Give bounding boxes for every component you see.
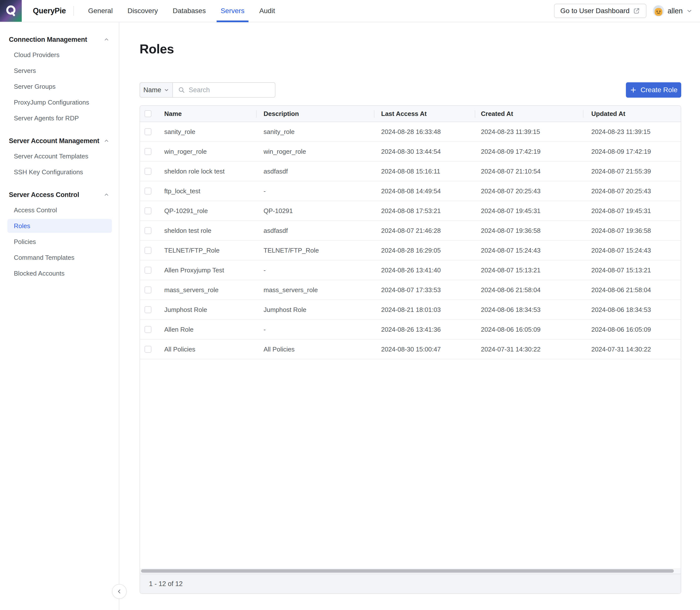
go-to-user-dashboard-button[interactable]: Go to User Dashboard <box>554 4 646 18</box>
sidebar-item[interactable]: SSH Key Configurations <box>7 165 112 179</box>
table-row[interactable]: All Policies All Policies 2024-08-30 15:… <box>140 340 681 359</box>
row-checkbox[interactable] <box>145 227 151 234</box>
row-checkbox[interactable] <box>145 128 151 135</box>
search-box <box>173 82 276 98</box>
nav-tab[interactable]: Databases <box>165 0 213 22</box>
nav-tab[interactable]: Discovery <box>120 0 165 22</box>
nav-tab-label: Discovery <box>128 7 158 15</box>
nav-tab[interactable]: Audit <box>252 0 283 22</box>
table-footer: 1 - 12 of 12 <box>140 574 681 593</box>
sidebar-item[interactable]: Server Account Templates <box>7 149 112 163</box>
row-checkbox-cell <box>140 221 160 240</box>
row-checkbox[interactable] <box>145 287 151 293</box>
cell-last-access-at: 2024-08-28 16:33:48 <box>374 122 475 141</box>
cell-created-at: 2024-08-07 19:36:58 <box>475 221 583 240</box>
table-row[interactable]: sheldon test role asdfasdf 2024-08-07 21… <box>140 221 681 241</box>
table-row[interactable]: mass_servers_role mass_servers_role 2024… <box>140 280 681 300</box>
row-checkbox-cell <box>140 260 160 280</box>
sidebar-item[interactable]: Access Control <box>7 203 112 217</box>
sidebar-item[interactable]: Servers <box>7 64 112 78</box>
cell-description: mass_servers_role <box>256 280 374 300</box>
cell-created-at: 2024-07-31 14:30:22 <box>475 340 583 359</box>
external-link-icon <box>633 7 640 14</box>
row-checkbox[interactable] <box>145 247 151 254</box>
section-head-connection-management[interactable]: Connection Management <box>0 33 119 47</box>
cell-created-at: 2024-08-06 21:58:04 <box>475 280 583 300</box>
scrollbar-thumb[interactable] <box>141 569 674 573</box>
cell-last-access-at: 2024-08-26 13:41:40 <box>374 260 475 280</box>
go-to-user-dashboard-label: Go to User Dashboard <box>561 7 630 15</box>
cell-updated-at: 2024-08-09 17:42:19 <box>583 142 681 161</box>
cell-created-at: 2024-08-07 15:24:43 <box>475 241 583 260</box>
filter-group: Name <box>139 82 276 98</box>
nav-tab[interactable]: Servers <box>213 0 252 22</box>
cell-description: asdfasdf <box>256 162 374 181</box>
sidebar-item[interactable]: Command Templates <box>7 251 112 264</box>
cell-name: TELNET/FTP_Role <box>160 241 256 260</box>
row-checkbox[interactable] <box>145 188 151 194</box>
row-checkbox[interactable] <box>145 306 151 313</box>
row-checkbox[interactable] <box>145 207 151 214</box>
filter-field-select[interactable]: Name <box>139 82 173 98</box>
sidebar-item[interactable]: Roles <box>7 219 112 233</box>
nav-tab[interactable]: General <box>81 0 120 22</box>
sidebar-item[interactable]: Policies <box>7 235 112 248</box>
select-all-checkbox[interactable] <box>145 110 151 117</box>
cell-created-at: 2024-08-23 11:39:15 <box>475 122 583 141</box>
sidebar-item[interactable]: ProxyJump Configurations <box>7 95 112 109</box>
create-role-label: Create Role <box>640 86 677 94</box>
cell-created-at: 2024-08-06 16:05:09 <box>475 320 583 339</box>
section-head-server-access-control[interactable]: Server Access Control <box>0 188 119 202</box>
cell-updated-at: 2024-08-07 15:13:21 <box>583 260 681 280</box>
table-row[interactable]: sheldon role lock test asdfasdf 2024-08-… <box>140 162 681 181</box>
row-checkbox[interactable] <box>145 168 151 175</box>
topbar-divider <box>73 6 74 16</box>
row-checkbox[interactable] <box>145 346 151 353</box>
sidebar-collapse-button[interactable] <box>112 584 127 599</box>
cell-last-access-at: 2024-08-08 15:16:11 <box>374 162 475 181</box>
pagination-range-label: 1 - 12 of 12 <box>149 580 183 588</box>
cell-updated-at: 2024-08-07 19:45:31 <box>583 201 681 221</box>
row-checkbox[interactable] <box>145 148 151 155</box>
chevron-up-icon <box>103 192 110 198</box>
nav-tab-label: Audit <box>259 7 275 15</box>
cell-last-access-at: 2024-08-30 13:44:54 <box>374 142 475 161</box>
sidebar-item[interactable]: Server Agents for RDP <box>7 111 112 125</box>
cell-updated-at: 2024-08-07 19:36:58 <box>583 221 681 240</box>
cell-description: - <box>256 320 374 339</box>
column-header-name: Name <box>160 106 256 122</box>
user-menu[interactable]: allen <box>653 5 693 17</box>
table-row[interactable]: Jumphost Role Jumphost Role 2024-08-21 1… <box>140 300 681 320</box>
sidebar-item-label: Servers <box>14 67 36 75</box>
sidebar-item[interactable]: Cloud Providers <box>7 48 112 62</box>
sidebar-item-label: Command Templates <box>14 254 74 261</box>
search-icon <box>178 86 185 94</box>
table-row[interactable]: QP-10291_role QP-10291 2024-08-08 17:53:… <box>140 201 681 221</box>
table-row[interactable]: win_roger_role win_roger_role 2024-08-30… <box>140 142 681 162</box>
table-row[interactable]: Allen Proxyjump Test - 2024-08-26 13:41:… <box>140 260 681 280</box>
create-role-button[interactable]: Create Role <box>626 82 681 98</box>
section-items: Server Account Templates SSH Key Configu… <box>0 149 119 179</box>
row-checkbox[interactable] <box>145 267 151 274</box>
table-row[interactable]: Allen Role - 2024-08-26 13:41:36 2024-08… <box>140 320 681 340</box>
cell-last-access-at: 2024-08-08 17:53:21 <box>374 201 475 221</box>
user-name: allen <box>668 7 683 15</box>
sidebar-item-label: SSH Key Configurations <box>14 168 83 176</box>
table-row[interactable]: TELNET/FTP_Role TELNET/FTP_Role 2024-08-… <box>140 241 681 260</box>
table-row[interactable]: sanity_role sanity_role 2024-08-28 16:33… <box>140 122 681 142</box>
sidebar-item[interactable]: Blocked Accounts <box>7 267 112 280</box>
horizontal-scrollbar <box>140 568 681 574</box>
section-head-server-account-management[interactable]: Server Account Management <box>0 134 119 148</box>
querypie-logo[interactable] <box>0 0 22 22</box>
cell-updated-at: 2024-08-07 20:25:43 <box>583 181 681 201</box>
row-checkbox[interactable] <box>145 326 151 333</box>
column-header-created-at: Created At <box>475 106 583 122</box>
table-row[interactable]: ftp_lock_test - 2024-08-08 14:49:54 2024… <box>140 181 681 201</box>
cell-name: Allen Proxyjump Test <box>160 260 256 280</box>
cell-updated-at: 2024-08-06 16:05:09 <box>583 320 681 339</box>
search-input[interactable] <box>189 86 275 94</box>
cell-description: - <box>256 260 374 280</box>
cell-name: Jumphost Role <box>160 300 256 319</box>
sidebar-item[interactable]: Server Groups <box>7 80 112 93</box>
avatar <box>653 5 664 17</box>
